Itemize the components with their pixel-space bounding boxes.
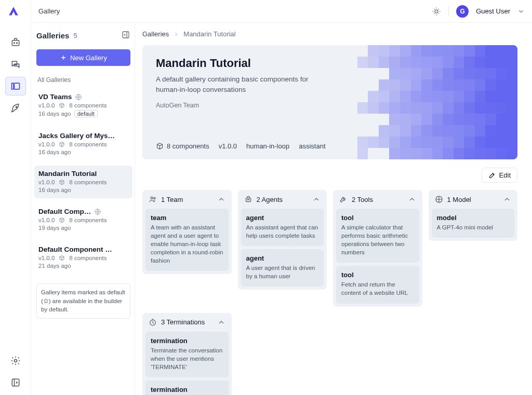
gallery-item[interactable]: Default Component … v1.0.0 8 components … [34, 241, 132, 274]
gallery-version: v1.0.0 [38, 255, 55, 261]
divider [448, 6, 449, 17]
gallery-components: 8 components [69, 217, 107, 223]
gallery-item[interactable]: Default Comp… v1.0.0 8 components 19 day… [34, 203, 132, 236]
hero-author: AutoGen Team [156, 102, 504, 109]
edit-label: Edit [499, 171, 511, 179]
globe-icon [94, 208, 101, 215]
svg-rect-4 [14, 83, 19, 89]
component-desc: Fetch and return the content of a websit… [341, 280, 414, 297]
package-icon [59, 102, 65, 108]
gallery-version: v1.0.0 [38, 179, 55, 185]
nav-chat[interactable] [5, 55, 26, 74]
svg-point-1 [14, 43, 15, 44]
termination-icon [149, 318, 157, 326]
hero-title: Mandarin Tutorial [156, 57, 504, 70]
nav-builder[interactable] [5, 33, 26, 52]
card-title: 1 Team [161, 196, 183, 203]
card-model: 1 Model model A GPT-4o mini model [429, 190, 518, 241]
package-icon [59, 141, 65, 147]
component-item[interactable]: agent A user agent that is driven by a h… [241, 249, 324, 287]
svg-point-5 [16, 106, 17, 108]
sidebar-section-label: All Galleries [34, 73, 132, 84]
svg-point-6 [14, 360, 17, 362]
gallery-version: v1.0.0 [38, 102, 55, 108]
breadcrumb-root[interactable]: Galleries [142, 30, 169, 38]
gallery-item[interactable]: VD Teams v1.0.0 8 components 16 days ago… [34, 89, 132, 122]
card-team: 1 Team team A team with an assistant age… [142, 190, 232, 274]
component-item[interactable]: agent An assistant agent that can help u… [241, 209, 324, 246]
component-title: model [437, 214, 510, 222]
breadcrumb: Galleries Mandarin Tutorial [142, 30, 517, 38]
component-title: tool [341, 271, 414, 279]
svg-rect-3 [11, 83, 13, 89]
component-title: termination [151, 337, 223, 345]
new-gallery-button[interactable]: New Gallery [36, 49, 130, 66]
edit-button[interactable]: Edit [482, 168, 517, 183]
svg-rect-0 [12, 40, 19, 46]
gallery-item[interactable]: Mandarin Tutorial v1.0.0 8 components 16… [34, 166, 132, 198]
topbar-section: Gallery [38, 7, 60, 15]
hero-version: v1.0.0 [219, 142, 237, 150]
nav-expand[interactable] [5, 373, 26, 392]
component-title: tool [341, 214, 414, 222]
collapse-icon[interactable] [408, 195, 416, 203]
user-avatar[interactable]: G [456, 5, 469, 18]
component-item[interactable]: team A team with an assistant agent and … [145, 209, 229, 271]
component-title: agent [246, 254, 319, 262]
component-item[interactable]: termination Terminate the conversation w… [145, 332, 229, 377]
gallery-components: 8 components [69, 141, 107, 147]
hero-tag: assistant [299, 142, 325, 150]
svg-point-13 [154, 197, 155, 199]
sidebar-footnote: Gallery items marked as default () are a… [36, 283, 130, 319]
svg-rect-14 [246, 198, 250, 201]
gallery-age: 16 days ago [38, 187, 71, 193]
app-logo [8, 6, 23, 21]
user-menu-chevron-icon[interactable] [517, 8, 525, 15]
svg-point-15 [247, 199, 248, 200]
breadcrumb-current: Mandarin Tutorial [183, 30, 235, 38]
component-item[interactable]: tool Fetch and return the content of a w… [336, 266, 419, 303]
gallery-title: VD Teams [38, 93, 72, 101]
card-terminations: 3 Terminations termination Terminate the… [142, 313, 232, 395]
card-agents: 2 Agents agent An assistant agent that c… [238, 190, 327, 290]
component-desc: Terminate the conversation when the user… [151, 346, 223, 371]
sidebar-count: 5 [73, 32, 77, 39]
component-desc: A team with an assistant agent and a use… [151, 223, 223, 265]
component-item[interactable]: model A GPT-4o mini model [432, 209, 515, 238]
card-title: 2 Tools [352, 196, 373, 203]
hero-tag: human-in-loop [246, 142, 289, 150]
nav-gallery[interactable] [5, 77, 26, 96]
package-icon [59, 217, 65, 223]
collapse-icon[interactable] [503, 195, 511, 203]
nav-rail [0, 0, 31, 395]
gallery-title: Default Comp… [38, 208, 91, 215]
svg-point-8 [435, 10, 438, 13]
gallery-title: Jacks Gallery of Mys… [38, 132, 115, 140]
gallery-title: Default Component … [38, 246, 112, 253]
chevron-right-icon [173, 31, 179, 37]
collapse-icon[interactable] [312, 195, 321, 203]
nav-settings[interactable] [5, 351, 26, 370]
content-area: Galleries Mandarin Tutorial Mandarin Tut… [135, 23, 532, 395]
nav-deploy[interactable] [5, 99, 26, 117]
package-icon [59, 179, 65, 185]
component-item[interactable]: termination Terminate the conversation a… [145, 380, 229, 395]
collapse-icon[interactable] [217, 195, 225, 203]
hero-subtitle: A default gallery containing basic compo… [156, 74, 332, 94]
collapse-icon[interactable] [217, 318, 225, 326]
component-item[interactable]: tool A simple calculator that performs b… [336, 209, 419, 263]
gallery-title: Mandarin Tutorial [38, 170, 97, 178]
user-name[interactable]: Guest User [476, 7, 510, 15]
gallery-components: 8 components [69, 255, 107, 261]
component-desc: A simple calculator that performs basic … [341, 223, 414, 256]
theme-toggle-icon[interactable] [432, 7, 441, 16]
gallery-hero: Mandarin Tutorial A default gallery cont… [142, 45, 517, 159]
hero-components: 8 components [167, 142, 209, 150]
gallery-item[interactable]: Jacks Gallery of Mys… v1.0.0 8 component… [34, 128, 132, 160]
card-title: 1 Model [447, 196, 471, 203]
svg-point-16 [248, 199, 249, 200]
sidebar-collapse-button[interactable] [121, 30, 130, 41]
topbar: Gallery G Guest User [31, 0, 532, 23]
component-desc: A user agent that is driven by a human u… [246, 264, 319, 280]
default-badge: default [74, 110, 98, 117]
